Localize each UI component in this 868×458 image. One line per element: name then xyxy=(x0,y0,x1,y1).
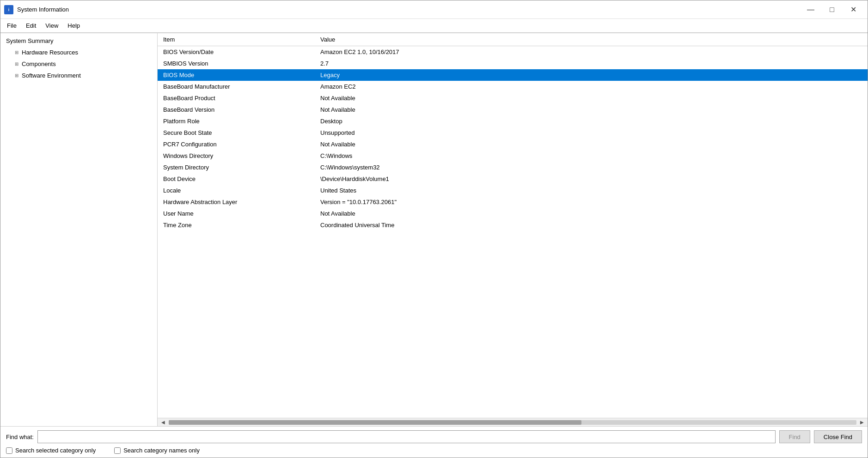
detail-panel: Item Value BIOS Version/DateAmazon EC2 1… xyxy=(158,33,868,426)
sidebar-item-system-summary[interactable]: System Summary xyxy=(0,35,157,47)
system-information-window: i System Information — □ ✕ File Edit Vie… xyxy=(0,0,868,458)
table-cell-value: Desktop xyxy=(315,115,868,127)
table-row[interactable]: BaseBoard ManufacturerAmazon EC2 xyxy=(158,81,868,92)
column-header-item: Item xyxy=(158,33,315,46)
expand-icon-components: ⊞ xyxy=(13,61,20,66)
menu-file[interactable]: File xyxy=(2,20,21,31)
table-cell-value: Unsupported xyxy=(315,127,868,139)
maximize-button[interactable]: □ xyxy=(821,2,843,17)
table-row[interactable]: System DirectoryC:\Windows\system32 xyxy=(158,162,868,173)
main-content: System Summary ⊞ Hardware Resources ⊞ Co… xyxy=(0,33,868,426)
table-cell-item: PCR7 Configuration xyxy=(158,139,315,150)
sidebar-item-software-environment[interactable]: ⊞ Software Environment xyxy=(0,70,157,81)
table-cell-value: Not Available xyxy=(315,92,868,104)
scroll-right-arrow[interactable]: ▶ xyxy=(858,420,866,425)
table-cell-item: Hardware Abstraction Layer xyxy=(158,196,315,208)
sidebar-item-components[interactable]: ⊞ Components xyxy=(0,58,157,70)
table-cell-value: Version = "10.0.17763.2061" xyxy=(315,196,868,208)
table-row[interactable]: Secure Boot StateUnsupported xyxy=(158,127,868,139)
table-cell-value: Coordinated Universal Time xyxy=(315,219,868,231)
find-input[interactable] xyxy=(37,430,776,443)
table-row[interactable]: Time ZoneCoordinated Universal Time xyxy=(158,219,868,231)
table-cell-value: 2.7 xyxy=(315,58,868,69)
checkbox-category-names-input[interactable] xyxy=(114,447,121,454)
table-cell-item: BaseBoard Version xyxy=(158,104,315,115)
column-header-value: Value xyxy=(315,33,868,46)
table-row[interactable]: LocaleUnited States xyxy=(158,185,868,196)
table-cell-value: Not Available xyxy=(315,208,868,219)
scroll-left-arrow[interactable]: ◀ xyxy=(159,420,167,425)
hardware-resources-label: Hardware Resources xyxy=(22,49,78,56)
table-row[interactable]: Boot Device\Device\HarddiskVolume1 xyxy=(158,173,868,185)
expand-icon-hardware: ⊞ xyxy=(13,50,20,55)
table-cell-value: C:\Windows\system32 xyxy=(315,162,868,173)
table-cell-item: Boot Device xyxy=(158,173,315,185)
title-bar: i System Information — □ ✕ xyxy=(0,0,868,19)
expand-icon-software: ⊞ xyxy=(13,73,20,78)
menu-edit[interactable]: Edit xyxy=(21,20,41,31)
find-label: Find what: xyxy=(6,434,34,440)
table-row[interactable]: BaseBoard ProductNot Available xyxy=(158,92,868,104)
minimize-button[interactable]: — xyxy=(800,2,821,17)
table-row[interactable]: PCR7 ConfigurationNot Available xyxy=(158,139,868,150)
table-cell-item: System Directory xyxy=(158,162,315,173)
checkbox-selected-category-input[interactable] xyxy=(6,447,12,454)
table-cell-item: Locale xyxy=(158,185,315,196)
close-find-button[interactable]: Close Find xyxy=(814,430,862,443)
checkbox-category-names[interactable]: Search category names only xyxy=(114,447,200,454)
window-title: System Information xyxy=(17,6,800,13)
detail-table-container[interactable]: Item Value BIOS Version/DateAmazon EC2 1… xyxy=(158,33,868,418)
table-cell-item: Time Zone xyxy=(158,219,315,231)
close-button[interactable]: ✕ xyxy=(843,2,864,17)
table-cell-item: BaseBoard Product xyxy=(158,92,315,104)
checkbox-row: Search selected category only Search cat… xyxy=(6,447,862,454)
table-row[interactable]: User NameNot Available xyxy=(158,208,868,219)
table-cell-value: Legacy xyxy=(315,69,868,81)
table-cell-item: BIOS Version/Date xyxy=(158,46,315,58)
checkbox-selected-category[interactable]: Search selected category only xyxy=(6,447,96,454)
table-cell-value: Amazon EC2 1.0, 10/16/2017 xyxy=(315,46,868,58)
table-cell-item: Secure Boot State xyxy=(158,127,315,139)
table-cell-value: Not Available xyxy=(315,139,868,150)
table-cell-item: BIOS Mode xyxy=(158,69,315,81)
find-button[interactable]: Find xyxy=(779,430,810,443)
table-row[interactable]: Hardware Abstraction LayerVersion = "10.… xyxy=(158,196,868,208)
components-label: Components xyxy=(22,60,56,67)
checkbox-selected-category-label: Search selected category only xyxy=(15,447,96,454)
table-cell-value: Not Available xyxy=(315,104,868,115)
table-cell-value: Amazon EC2 xyxy=(315,81,868,92)
table-cell-item: Platform Role xyxy=(158,115,315,127)
table-cell-value: C:\Windows xyxy=(315,150,868,162)
menu-view[interactable]: View xyxy=(41,20,63,31)
horizontal-scrollbar[interactable]: ◀ ▶ xyxy=(158,418,868,426)
table-row[interactable]: BaseBoard VersionNot Available xyxy=(158,104,868,115)
menu-help[interactable]: Help xyxy=(63,20,85,31)
system-summary-label: System Summary xyxy=(6,37,54,44)
app-icon: i xyxy=(4,5,13,14)
table-row[interactable]: Windows DirectoryC:\Windows xyxy=(158,150,868,162)
table-row[interactable]: Platform RoleDesktop xyxy=(158,115,868,127)
table-row[interactable]: SMBIOS Version2.7 xyxy=(158,58,868,69)
scroll-thumb[interactable] xyxy=(169,420,581,425)
checkbox-category-names-label: Search category names only xyxy=(123,447,200,454)
find-row: Find what: Find Close Find xyxy=(6,430,862,443)
window-controls: — □ ✕ xyxy=(800,2,864,17)
detail-table: Item Value BIOS Version/DateAmazon EC2 1… xyxy=(158,33,868,231)
software-environment-label: Software Environment xyxy=(22,72,81,79)
scroll-track[interactable] xyxy=(169,420,856,425)
sidebar: System Summary ⊞ Hardware Resources ⊞ Co… xyxy=(0,33,158,426)
table-row[interactable]: BIOS ModeLegacy xyxy=(158,69,868,81)
table-cell-item: User Name xyxy=(158,208,315,219)
sidebar-item-hardware-resources[interactable]: ⊞ Hardware Resources xyxy=(0,47,157,58)
table-cell-item: Windows Directory xyxy=(158,150,315,162)
menu-bar: File Edit View Help xyxy=(0,19,868,33)
bottom-panel: Find what: Find Close Find Search select… xyxy=(0,426,868,458)
table-cell-value: \Device\HarddiskVolume1 xyxy=(315,173,868,185)
table-cell-item: BaseBoard Manufacturer xyxy=(158,81,315,92)
table-row[interactable]: BIOS Version/DateAmazon EC2 1.0, 10/16/2… xyxy=(158,46,868,58)
table-cell-value: United States xyxy=(315,185,868,196)
table-cell-item: SMBIOS Version xyxy=(158,58,315,69)
